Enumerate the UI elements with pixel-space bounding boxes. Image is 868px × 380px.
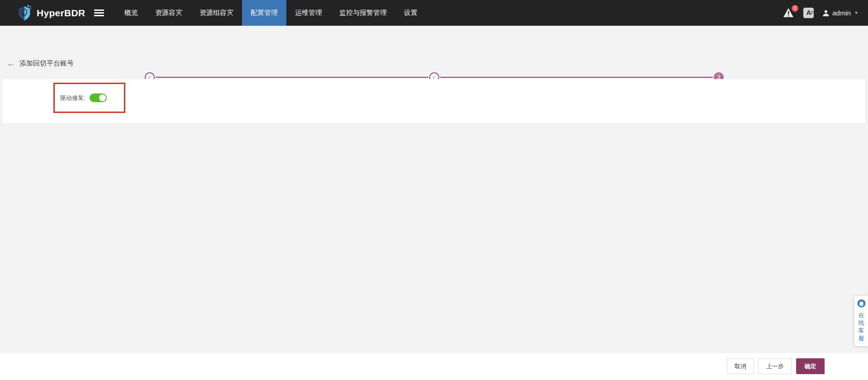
- page-title: 添加回切平台账号: [19, 59, 74, 68]
- language-switch-icon[interactable]: A文: [803, 8, 814, 18]
- top-navbar: HyperBDR 概览 资源容灾 资源组容灾 配置管理 运维管理 监控与报警管理…: [0, 0, 868, 26]
- cancel-button[interactable]: 取消: [727, 358, 754, 374]
- nav-item-config-management[interactable]: 配置管理: [242, 0, 286, 26]
- back-arrow-icon[interactable]: ←: [7, 59, 15, 68]
- notification-badge: 0: [792, 5, 798, 12]
- stepper-connector-2: [440, 77, 713, 78]
- stepper-connector-1: [156, 77, 428, 78]
- language-switch-sup: 文: [810, 7, 814, 18]
- username: admin: [832, 9, 851, 17]
- hamburger-menu-icon[interactable]: [94, 6, 104, 19]
- nav-item-resource-dr[interactable]: 资源容灾: [147, 0, 191, 26]
- chevron-down-icon: ▼: [854, 11, 858, 15]
- user-avatar-icon: [822, 9, 830, 17]
- nav-item-overview[interactable]: 概览: [116, 0, 147, 26]
- navbar-right: 0 A文 admin ▼: [783, 0, 868, 26]
- red-highlight-annotation: 驱动修复:: [53, 83, 125, 113]
- nav-item-resource-group-dr[interactable]: 资源组容灾: [191, 0, 242, 26]
- brand: HyperBDR: [0, 0, 87, 26]
- nav-item-settings[interactable]: 设置: [395, 0, 426, 26]
- support-headset-icon: [857, 299, 866, 308]
- online-support-widget[interactable]: 在线客服: [854, 296, 868, 346]
- nav-item-monitor-alarm[interactable]: 监控与报警管理: [331, 0, 395, 26]
- previous-step-button[interactable]: 上一步: [758, 358, 792, 374]
- confirm-button[interactable]: 确定: [796, 358, 825, 374]
- user-menu[interactable]: admin ▼: [822, 9, 858, 17]
- page-header: ← 添加回切平台账号 ✓ 鉴权信息 ✓ 目标配置 3 其他设置: [0, 26, 868, 79]
- driver-fix-toggle[interactable]: [90, 94, 107, 102]
- toggle-knob: [99, 94, 106, 101]
- form-panel: 驱动修复:: [3, 79, 865, 123]
- hyperbdr-logo-icon: [17, 5, 32, 21]
- main-nav: 概览 资源容灾 资源组容灾 配置管理 运维管理 监控与报警管理 设置: [116, 0, 426, 26]
- support-label: 在线客服: [858, 311, 865, 342]
- nav-item-ops-management[interactable]: 运维管理: [286, 0, 331, 26]
- footer-bar: 取消 上一步 确定: [0, 353, 868, 380]
- driver-fix-label: 驱动修复:: [60, 94, 85, 102]
- notification-alert-icon[interactable]: 0: [783, 8, 795, 19]
- brand-title: HyperBDR: [37, 8, 85, 19]
